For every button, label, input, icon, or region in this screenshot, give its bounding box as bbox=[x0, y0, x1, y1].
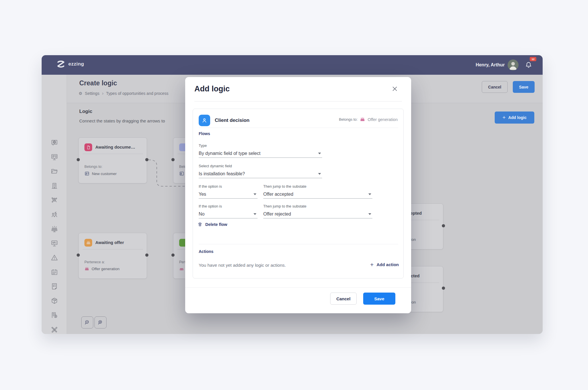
chevron-down-icon bbox=[254, 213, 256, 215]
belongs-to-group: Belongs to: Offer generation bbox=[339, 117, 398, 122]
canvas-heading: Logic bbox=[79, 109, 92, 114]
logic-state-card: Client decision Belongs to: Offer genera… bbox=[193, 109, 404, 278]
flow-substate-field-2[interactable]: Then jump to the substate Offer rejected bbox=[263, 204, 372, 218]
solar-panel-icon bbox=[84, 239, 92, 247]
connector-dot[interactable] bbox=[77, 158, 80, 161]
actions-heading: Actions bbox=[199, 249, 213, 254]
state-card-awaiting-offer[interactable]: Awaiting offer Pertenece a: Offer genera… bbox=[78, 233, 147, 279]
warning-triangle-icon bbox=[51, 254, 58, 262]
connector-dot[interactable] bbox=[442, 287, 445, 290]
state-card-title: Awaiting docume… bbox=[95, 145, 135, 149]
modal-save-button[interactable]: Save bbox=[363, 293, 395, 305]
sidebar-item-solar-panel[interactable] bbox=[50, 225, 58, 233]
trash-icon bbox=[198, 222, 202, 227]
then-jump-label: Then jump to the substate bbox=[263, 184, 372, 189]
building-icon bbox=[51, 182, 58, 190]
add-logic-button[interactable]: + Add logic bbox=[495, 112, 534, 124]
flow-option-field-2[interactable]: If the option is No bbox=[199, 204, 258, 218]
connector-dot[interactable] bbox=[77, 253, 80, 257]
header-cancel-button[interactable]: Cancel bbox=[482, 81, 508, 93]
add-action-button[interactable]: + Add action bbox=[370, 262, 399, 268]
add-logic-label: Add logic bbox=[508, 115, 527, 120]
brand-logo[interactable]: ezzing bbox=[56, 59, 84, 69]
delete-flow-label: Delete flow bbox=[205, 222, 227, 227]
sidebar-item-package[interactable] bbox=[50, 297, 58, 305]
delete-flow-button[interactable]: Delete flow bbox=[198, 222, 227, 227]
sidebar-item-task-list[interactable] bbox=[50, 282, 58, 290]
monitor-list-icon bbox=[51, 153, 58, 161]
chevron-down-icon bbox=[318, 173, 321, 175]
sidebar-item-invoice[interactable] bbox=[50, 311, 58, 319]
type-value: By dynamic field of type select bbox=[199, 151, 260, 156]
state-card-divider bbox=[199, 128, 398, 128]
sidebar-item-partners[interactable] bbox=[50, 210, 58, 218]
actions-empty-text: You have not yet added any logic or acti… bbox=[199, 263, 286, 268]
solar-panel-icon bbox=[51, 225, 58, 233]
dynamic-field-select[interactable]: Select dynamic field Is installation fea… bbox=[199, 164, 322, 178]
folder-icon bbox=[51, 168, 58, 175]
flow-option-field-1[interactable]: If the option is Yes bbox=[199, 184, 258, 199]
connector-dot[interactable] bbox=[171, 158, 175, 161]
state-card-awaiting-documents[interactable]: Awaiting docume… Belongs to: New custome… bbox=[78, 137, 147, 183]
belongs-to-value: Offer generation bbox=[368, 117, 398, 122]
avatar-image bbox=[508, 59, 519, 70]
plus-icon: + bbox=[370, 262, 374, 268]
sidebar-item-calendar[interactable] bbox=[50, 268, 58, 276]
flows-heading: Flows bbox=[199, 131, 210, 136]
sidebar-item-chat-globe[interactable] bbox=[50, 139, 58, 147]
chevron-down-icon bbox=[368, 193, 371, 195]
breadcrumb-separator: › bbox=[102, 91, 103, 96]
state-card-title: Awaiting offer bbox=[95, 240, 124, 245]
zoom-out-button[interactable] bbox=[81, 316, 93, 328]
sidebar-item-monitor-graph[interactable] bbox=[50, 239, 58, 247]
belongs-label: Belongs to: bbox=[84, 165, 102, 169]
add-logic-modal: Add logic Client decision Belongs to: Of… bbox=[185, 77, 411, 313]
user-badge-icon bbox=[84, 171, 90, 176]
sidebar bbox=[42, 75, 67, 334]
client-decision-icon bbox=[199, 115, 210, 126]
connector-dot[interactable] bbox=[442, 224, 445, 227]
connector-dot[interactable] bbox=[171, 253, 175, 257]
close-icon[interactable] bbox=[392, 86, 398, 92]
monitor-graph-icon bbox=[51, 239, 58, 247]
chevron-down-icon bbox=[368, 213, 371, 215]
then-jump-label: Then jump to the substate bbox=[263, 204, 372, 208]
sidebar-item-design-tools[interactable] bbox=[50, 325, 58, 333]
notifications-bell-icon[interactable] bbox=[525, 61, 533, 69]
belongs-value: Offer generation bbox=[92, 267, 119, 271]
chat-globe-icon bbox=[51, 139, 58, 147]
sidebar-item-monitor-list[interactable] bbox=[50, 153, 58, 161]
modal-cancel-button[interactable]: Cancel bbox=[330, 293, 357, 305]
topbar: ezzing Henry, Arthur 12 bbox=[42, 55, 543, 75]
chevron-down-icon bbox=[318, 153, 321, 154]
connector-dot[interactable] bbox=[145, 253, 148, 257]
zoom-in-button[interactable] bbox=[94, 316, 107, 328]
avatar[interactable] bbox=[508, 59, 519, 70]
type-field[interactable]: Type By dynamic field of type select bbox=[199, 143, 322, 158]
partners-check-icon bbox=[51, 211, 58, 218]
brand-name: ezzing bbox=[68, 61, 84, 67]
add-action-label: Add action bbox=[377, 262, 399, 267]
sidebar-item-folder[interactable] bbox=[50, 167, 58, 175]
document-icon bbox=[84, 143, 92, 151]
belongs-label: Pertenece a: bbox=[84, 260, 105, 264]
connector-dot[interactable] bbox=[145, 158, 148, 161]
people-search-icon bbox=[51, 196, 58, 204]
page-title: Create logic bbox=[79, 79, 117, 87]
solar-panel-icon bbox=[84, 266, 89, 271]
invoice-dollar-icon bbox=[51, 311, 58, 319]
solar-panel-icon bbox=[179, 266, 184, 271]
sidebar-item-warning[interactable] bbox=[50, 253, 58, 262]
header-save-button[interactable]: Save bbox=[513, 81, 535, 93]
belongs-to-label: Belongs to: bbox=[339, 117, 357, 122]
flow-substate-field-1[interactable]: Then jump to the substate Offer accepted bbox=[263, 184, 372, 199]
breadcrumb-settings[interactable]: Settings bbox=[85, 91, 100, 96]
dynamic-field-label: Select dynamic field bbox=[199, 164, 322, 168]
design-tools-icon bbox=[51, 326, 58, 333]
sidebar-item-people-search[interactable] bbox=[50, 196, 58, 204]
breadcrumb-section[interactable]: Types of opportunities and process bbox=[106, 91, 168, 96]
then-jump-value: Offer accepted bbox=[263, 192, 293, 197]
sidebar-item-building[interactable] bbox=[50, 182, 58, 190]
user-name[interactable]: Henry, Arthur bbox=[476, 62, 505, 68]
ezzing-z-logo-icon bbox=[56, 59, 66, 69]
